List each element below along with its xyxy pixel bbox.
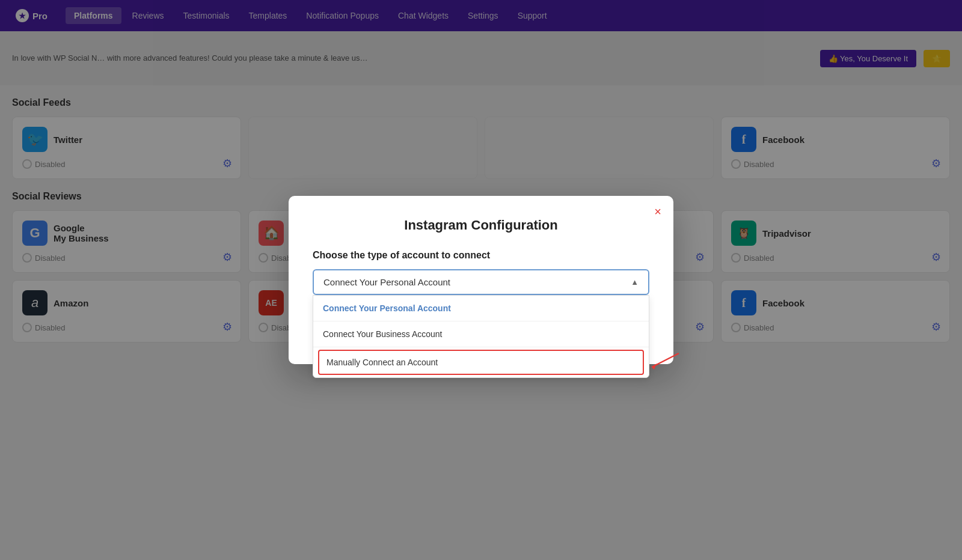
modal-overlay[interactable]: × Instagram Configuration Choose the typ…	[0, 0, 962, 367]
account-type-dropdown[interactable]: Connect Your Personal Account ▲ Connect …	[313, 269, 649, 295]
modal-subtitle: Choose the type of account to connect	[313, 250, 649, 261]
instagram-config-modal: × Instagram Configuration Choose the typ…	[289, 196, 673, 365]
dropdown-menu: Connect Your Personal Account Connect Yo…	[313, 295, 649, 367]
option-manual-wrapper: Manually Connect an Account	[313, 347, 649, 367]
option-manually-connect[interactable]: Manually Connect an Account	[318, 350, 644, 367]
modal-close-button[interactable]: ×	[654, 205, 661, 218]
chevron-up-icon: ▲	[631, 278, 639, 287]
dropdown-button[interactable]: Connect Your Personal Account ▲	[313, 269, 649, 295]
option-business-account[interactable]: Connect Your Business Account	[313, 321, 649, 347]
dropdown-selected-value: Connect Your Personal Account	[323, 277, 450, 287]
option-personal-account[interactable]: Connect Your Personal Account	[313, 296, 649, 321]
red-arrow-annotation	[646, 350, 682, 367]
modal-title: Instagram Configuration	[313, 218, 649, 233]
